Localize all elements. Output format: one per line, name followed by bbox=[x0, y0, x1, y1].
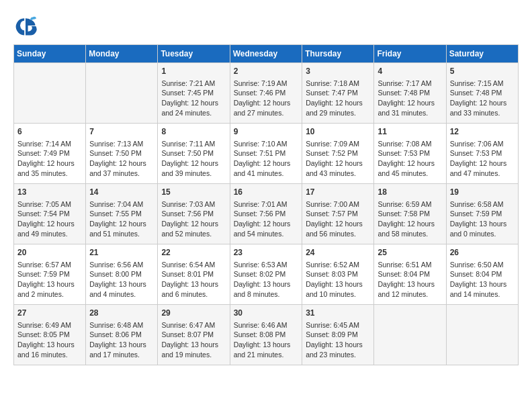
cell-content: Sunrise: 6:50 AM Sunset: 8:04 PM Dayligh… bbox=[450, 260, 515, 300]
day-number: 16 bbox=[234, 187, 299, 198]
day-number: 22 bbox=[161, 247, 226, 259]
calendar-cell: 8Sunrise: 7:11 AM Sunset: 7:50 PM Daylig… bbox=[158, 124, 230, 184]
calendar-cell bbox=[374, 305, 446, 365]
calendar-week-row: 27Sunrise: 6:49 AM Sunset: 8:05 PM Dayli… bbox=[14, 305, 519, 365]
col-header-wednesday: Wednesday bbox=[230, 45, 302, 63]
calendar-cell: 31Sunrise: 6:45 AM Sunset: 8:09 PM Dayli… bbox=[302, 305, 374, 365]
calendar-cell: 19Sunrise: 6:58 AM Sunset: 7:59 PM Dayli… bbox=[446, 184, 518, 244]
cell-content: Sunrise: 6:52 AM Sunset: 8:03 PM Dayligh… bbox=[306, 260, 370, 300]
day-number: 3 bbox=[306, 66, 370, 77]
day-number: 27 bbox=[17, 308, 82, 319]
day-number: 25 bbox=[378, 247, 442, 259]
calendar-table: SundayMondayTuesdayWednesdayThursdayFrid… bbox=[13, 44, 519, 365]
col-header-sunday: Sunday bbox=[14, 45, 86, 63]
day-number: 5 bbox=[450, 66, 515, 77]
calendar-cell: 24Sunrise: 6:52 AM Sunset: 8:03 PM Dayli… bbox=[302, 244, 374, 305]
cell-content: Sunrise: 7:05 AM Sunset: 7:54 PM Dayligh… bbox=[17, 199, 82, 239]
day-number: 17 bbox=[306, 187, 370, 198]
calendar-cell: 14Sunrise: 7:04 AM Sunset: 7:55 PM Dayli… bbox=[86, 184, 158, 244]
calendar-cell: 7Sunrise: 7:13 AM Sunset: 7:50 PM Daylig… bbox=[86, 124, 158, 184]
page-header bbox=[13, 13, 519, 38]
calendar-cell bbox=[86, 63, 158, 124]
cell-content: Sunrise: 6:57 AM Sunset: 7:59 PM Dayligh… bbox=[17, 260, 82, 300]
cell-content: Sunrise: 6:46 AM Sunset: 8:08 PM Dayligh… bbox=[234, 320, 299, 360]
calendar-week-row: 6Sunrise: 7:14 AM Sunset: 7:49 PM Daylig… bbox=[14, 124, 519, 184]
day-number: 4 bbox=[378, 66, 442, 77]
logo bbox=[13, 13, 40, 38]
day-number: 8 bbox=[161, 126, 226, 138]
day-number: 9 bbox=[234, 126, 299, 138]
day-number: 30 bbox=[234, 308, 299, 319]
calendar-cell: 11Sunrise: 7:08 AM Sunset: 7:53 PM Dayli… bbox=[374, 124, 446, 184]
calendar-cell: 12Sunrise: 7:06 AM Sunset: 7:53 PM Dayli… bbox=[446, 124, 518, 184]
cell-content: Sunrise: 6:56 AM Sunset: 8:00 PM Dayligh… bbox=[89, 260, 154, 300]
day-number: 29 bbox=[161, 308, 226, 319]
calendar-cell: 15Sunrise: 7:03 AM Sunset: 7:56 PM Dayli… bbox=[158, 184, 230, 244]
cell-content: Sunrise: 7:04 AM Sunset: 7:55 PM Dayligh… bbox=[89, 199, 154, 239]
calendar-cell: 25Sunrise: 6:51 AM Sunset: 8:04 PM Dayli… bbox=[374, 244, 446, 305]
logo-icon bbox=[13, 13, 38, 38]
calendar-week-row: 1Sunrise: 7:21 AM Sunset: 7:45 PM Daylig… bbox=[14, 63, 519, 124]
cell-content: Sunrise: 6:45 AM Sunset: 8:09 PM Dayligh… bbox=[306, 320, 370, 360]
calendar-cell: 21Sunrise: 6:56 AM Sunset: 8:00 PM Dayli… bbox=[86, 244, 158, 305]
cell-content: Sunrise: 6:51 AM Sunset: 8:04 PM Dayligh… bbox=[378, 260, 442, 300]
day-number: 31 bbox=[306, 308, 370, 319]
calendar-cell: 6Sunrise: 7:14 AM Sunset: 7:49 PM Daylig… bbox=[14, 124, 86, 184]
cell-content: Sunrise: 7:11 AM Sunset: 7:50 PM Dayligh… bbox=[161, 139, 226, 179]
calendar-cell: 26Sunrise: 6:50 AM Sunset: 8:04 PM Dayli… bbox=[446, 244, 518, 305]
cell-content: Sunrise: 7:19 AM Sunset: 7:46 PM Dayligh… bbox=[234, 79, 299, 118]
cell-content: Sunrise: 7:14 AM Sunset: 7:49 PM Dayligh… bbox=[17, 139, 82, 179]
col-header-thursday: Thursday bbox=[302, 45, 374, 63]
calendar-cell: 1Sunrise: 7:21 AM Sunset: 7:45 PM Daylig… bbox=[158, 63, 230, 124]
day-number: 2 bbox=[234, 66, 299, 77]
cell-content: Sunrise: 6:47 AM Sunset: 8:07 PM Dayligh… bbox=[161, 320, 226, 360]
cell-content: Sunrise: 7:06 AM Sunset: 7:53 PM Dayligh… bbox=[450, 139, 515, 179]
col-header-saturday: Saturday bbox=[446, 45, 518, 63]
cell-content: Sunrise: 7:10 AM Sunset: 7:51 PM Dayligh… bbox=[234, 139, 299, 179]
col-header-monday: Monday bbox=[86, 45, 158, 63]
day-number: 26 bbox=[450, 247, 515, 259]
cell-content: Sunrise: 6:49 AM Sunset: 8:05 PM Dayligh… bbox=[17, 320, 82, 360]
day-number: 12 bbox=[450, 126, 515, 138]
day-number: 28 bbox=[89, 308, 154, 319]
cell-content: Sunrise: 7:00 AM Sunset: 7:57 PM Dayligh… bbox=[306, 199, 370, 239]
day-number: 6 bbox=[17, 126, 82, 138]
calendar-cell: 18Sunrise: 6:59 AM Sunset: 7:58 PM Dayli… bbox=[374, 184, 446, 244]
cell-content: Sunrise: 6:48 AM Sunset: 8:06 PM Dayligh… bbox=[89, 320, 154, 360]
cell-content: Sunrise: 7:17 AM Sunset: 7:48 PM Dayligh… bbox=[378, 79, 442, 118]
day-number: 10 bbox=[306, 126, 370, 138]
calendar-cell: 17Sunrise: 7:00 AM Sunset: 7:57 PM Dayli… bbox=[302, 184, 374, 244]
day-number: 15 bbox=[161, 187, 226, 198]
calendar-cell: 16Sunrise: 7:01 AM Sunset: 7:56 PM Dayli… bbox=[230, 184, 302, 244]
calendar-cell: 28Sunrise: 6:48 AM Sunset: 8:06 PM Dayli… bbox=[86, 305, 158, 365]
day-number: 19 bbox=[450, 187, 515, 198]
cell-content: Sunrise: 6:54 AM Sunset: 8:01 PM Dayligh… bbox=[161, 260, 226, 300]
cell-content: Sunrise: 7:01 AM Sunset: 7:56 PM Dayligh… bbox=[234, 199, 299, 239]
calendar-cell: 20Sunrise: 6:57 AM Sunset: 7:59 PM Dayli… bbox=[14, 244, 86, 305]
calendar-cell: 4Sunrise: 7:17 AM Sunset: 7:48 PM Daylig… bbox=[374, 63, 446, 124]
day-number: 24 bbox=[306, 247, 370, 259]
day-number: 1 bbox=[161, 66, 226, 77]
day-number: 21 bbox=[89, 247, 154, 259]
cell-content: Sunrise: 7:21 AM Sunset: 7:45 PM Dayligh… bbox=[161, 79, 226, 118]
cell-content: Sunrise: 6:53 AM Sunset: 8:02 PM Dayligh… bbox=[234, 260, 299, 300]
day-number: 13 bbox=[17, 187, 82, 198]
calendar-cell bbox=[14, 63, 86, 124]
calendar-cell: 9Sunrise: 7:10 AM Sunset: 7:51 PM Daylig… bbox=[230, 124, 302, 184]
cell-content: Sunrise: 6:58 AM Sunset: 7:59 PM Dayligh… bbox=[450, 199, 515, 239]
calendar-cell: 30Sunrise: 6:46 AM Sunset: 8:08 PM Dayli… bbox=[230, 305, 302, 365]
calendar-cell: 10Sunrise: 7:09 AM Sunset: 7:52 PM Dayli… bbox=[302, 124, 374, 184]
calendar-cell: 27Sunrise: 6:49 AM Sunset: 8:05 PM Dayli… bbox=[14, 305, 86, 365]
cell-content: Sunrise: 6:59 AM Sunset: 7:58 PM Dayligh… bbox=[378, 199, 442, 239]
cell-content: Sunrise: 7:09 AM Sunset: 7:52 PM Dayligh… bbox=[306, 139, 370, 179]
calendar-cell: 2Sunrise: 7:19 AM Sunset: 7:46 PM Daylig… bbox=[230, 63, 302, 124]
cell-content: Sunrise: 7:13 AM Sunset: 7:50 PM Dayligh… bbox=[89, 139, 154, 179]
calendar-cell: 13Sunrise: 7:05 AM Sunset: 7:54 PM Dayli… bbox=[14, 184, 86, 244]
day-number: 11 bbox=[378, 126, 442, 138]
cell-content: Sunrise: 7:03 AM Sunset: 7:56 PM Dayligh… bbox=[161, 199, 226, 239]
col-header-tuesday: Tuesday bbox=[158, 45, 230, 63]
calendar-cell: 23Sunrise: 6:53 AM Sunset: 8:02 PM Dayli… bbox=[230, 244, 302, 305]
calendar-week-row: 13Sunrise: 7:05 AM Sunset: 7:54 PM Dayli… bbox=[14, 184, 519, 244]
day-number: 20 bbox=[17, 247, 82, 259]
cell-content: Sunrise: 7:08 AM Sunset: 7:53 PM Dayligh… bbox=[378, 139, 442, 179]
